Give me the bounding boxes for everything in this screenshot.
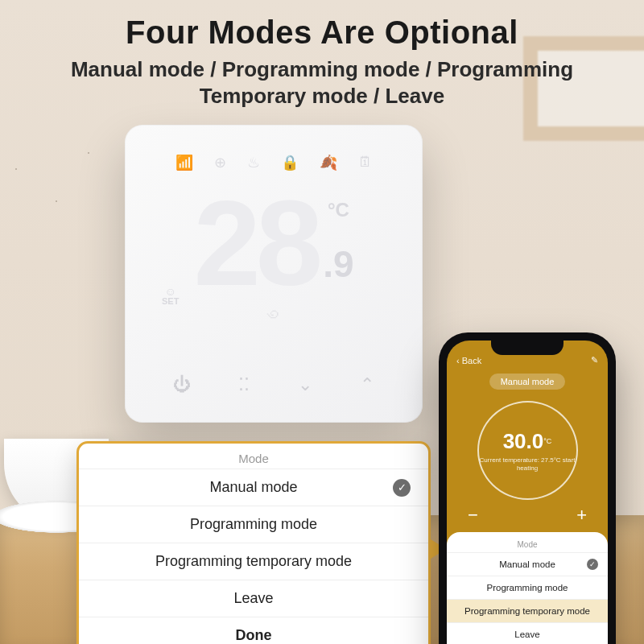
power-button[interactable]: ⏻ [165,369,199,400]
wifi-icon: 📶 [175,154,193,171]
sheet-option-leave[interactable]: Leave [447,622,608,644]
current-mode-pill[interactable]: Manual mode [489,374,566,390]
dial-subtext: Current temperature: 27.5°C start heatin… [479,456,576,472]
heat-waves-icon: ꩜ [265,304,283,325]
edit-icon[interactable]: ✎ [591,355,598,365]
temp-down-button[interactable]: ⌄ [290,369,320,400]
done-label: Done [236,627,272,644]
temperature-decimal: .9 [323,242,353,286]
temp-plus-button[interactable]: + [576,505,587,526]
sheet-option-programming-temp[interactable]: Programming temporary mode [447,599,608,622]
phone-mockup: Back ✎ Manual mode 30.0°C Current temper… [439,332,616,644]
mode-option-leave[interactable]: Leave [79,580,428,617]
status-icon-row: 📶 ⊕ ♨ 🔒 🍂 🗓 [175,154,373,171]
temperature-main: 28 [193,189,318,298]
mode-option-programming-temp[interactable]: Programming temporary mode [79,543,428,580]
thermostat-device: 📶 ⊕ ♨ 🔒 🍂 🗓 ☺ SET 28 °C .9 ꩜ ⏻ ⁚⁚ ⌄ ⌃ [125,125,423,423]
dial-temp: 30.0 [503,429,544,453]
leaf-icon: 🍂 [320,154,337,171]
mode-option-label: Leave [233,590,273,607]
mode-option-manual[interactable]: Manual mode ✓ [79,469,428,506]
phone-mode-sheet: Mode Manual mode ✓ Programming mode Prog… [447,532,608,644]
lock-icon: 🔒 [281,154,299,171]
sheet-option-label: Manual mode [499,559,555,569]
check-icon: ✓ [587,559,598,570]
sheet-option-label: Programming mode [487,583,568,592]
temperature-unit: °C [328,199,349,221]
temperature-dial[interactable]: 30.0°C Current temperature: 27.5°C start… [477,401,578,500]
sheet-title: Mode [447,537,608,552]
sheet-option-label: Programming temporary mode [464,606,590,616]
mode-option-label: Programming mode [190,516,317,533]
mode-option-label: Programming temporary mode [155,553,352,570]
phone-screen: Back ✎ Manual mode 30.0°C Current temper… [447,341,608,644]
mode-done-button[interactable]: Done [79,617,428,644]
sheet-option-programming[interactable]: Programming mode [447,576,608,599]
temp-up-button[interactable]: ⌃ [352,369,382,400]
headline: Four Modes Are Optional [0,14,644,51]
smile-icon: ☺ [162,286,179,297]
sheet-option-manual[interactable]: Manual mode ✓ [447,552,608,576]
check-icon: ✓ [393,479,411,497]
mode-option-programming[interactable]: Programming mode [79,506,428,543]
dial-unit: °C [543,437,551,445]
subheadline: Manual mode / Programming mode / Program… [16,56,628,109]
flame-icon: ♨ [247,154,260,171]
target-icon: ⊕ [214,154,226,171]
menu-button[interactable]: ⁚⁚ [230,369,258,400]
mode-option-label: Manual mode [209,479,297,496]
program-icon: 🗓 [358,154,373,171]
temp-minus-button[interactable]: − [468,505,478,526]
mode-card-title: Mode [79,444,428,469]
mode-selector-card: Mode Manual mode ✓ Programming mode Prog… [76,441,431,644]
back-button[interactable]: Back [456,356,481,365]
sheet-option-label: Leave [514,630,539,639]
set-label: ☺ SET [162,286,179,306]
